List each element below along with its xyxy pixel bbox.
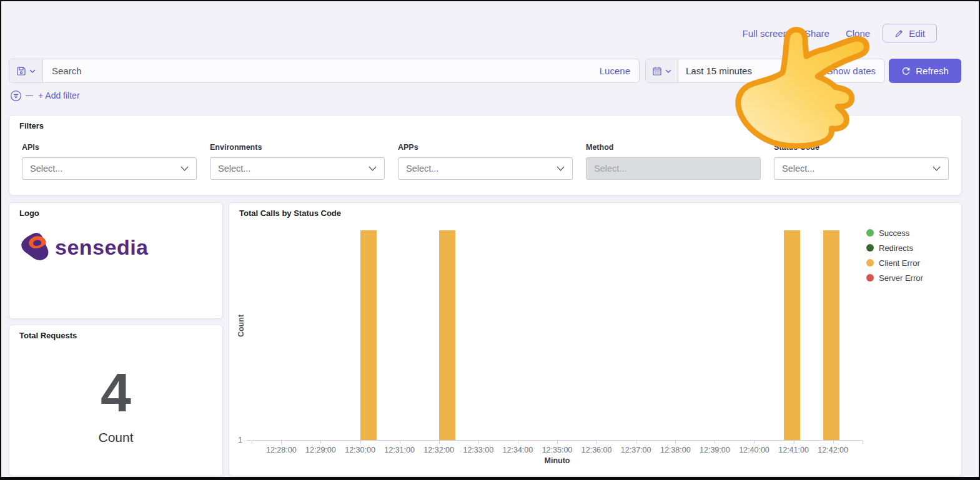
x-tick-mark: [636, 441, 636, 444]
chart-title: Total Calls by Status Code: [229, 203, 961, 218]
total-requests-panel: Total Requests 4 Count: [9, 325, 223, 476]
method-select-placeholder: Select...: [594, 164, 626, 174]
filters-panel-title: Filters: [9, 115, 961, 130]
filter-bar: + Add filter: [10, 89, 80, 102]
logo-panel-title: Logo: [9, 203, 222, 218]
chevron-down-icon: [369, 166, 377, 171]
sensedia-logo-icon: [21, 232, 49, 263]
saved-query-menu-button[interactable]: [9, 59, 43, 82]
bar-client-error-12:30:00[interactable]: [360, 230, 377, 440]
x-tick-mark: [518, 441, 518, 444]
sensedia-logo-text: sensedia: [55, 235, 149, 260]
x-tick-label: 12:35:00: [542, 446, 573, 454]
edit-button-label: Edit: [909, 28, 925, 39]
bar-client-error-12:32:00[interactable]: [439, 230, 455, 440]
date-picker: Last 15 minutes Show dates: [645, 59, 885, 83]
status-code-select-placeholder: Select...: [782, 164, 814, 174]
clone-link[interactable]: Clone: [846, 28, 870, 39]
x-tick-mark: [754, 441, 755, 444]
status-code-select[interactable]: Select...: [774, 157, 949, 180]
refresh-button[interactable]: Refresh: [889, 59, 961, 83]
apps-select[interactable]: Select...: [398, 157, 573, 180]
filter-field-apps: APPs Select...: [398, 143, 573, 180]
legend-item-client-error[interactable]: Client Error: [866, 255, 923, 270]
x-tick-mark: [557, 441, 558, 444]
legend-item-server-error[interactable]: Server Error: [866, 270, 923, 285]
x-tick-mark: [400, 441, 400, 444]
method-label: Method: [586, 143, 761, 152]
filter-set-icon[interactable]: [10, 90, 22, 102]
y-axis-title: Count: [237, 315, 245, 337]
refresh-icon: [901, 66, 911, 76]
chart-legend: SuccessRedirectsClient ErrorServer Error: [866, 225, 923, 285]
query-bar: Lucene: [9, 59, 640, 83]
apis-select-placeholder: Select...: [30, 164, 62, 174]
x-tick-label: 12:31:00: [384, 446, 415, 454]
edit-button[interactable]: Edit: [883, 24, 937, 42]
method-select: Select...: [586, 157, 761, 180]
legend-label: Redirects: [879, 243, 913, 253]
legend-dot: [866, 229, 874, 237]
chevron-down-icon: [181, 166, 189, 171]
query-bar-row: Lucene Last 15 minutes Show dates: [9, 59, 974, 83]
status-code-chart-panel: Total Calls by Status Code Count 1 12:28…: [229, 202, 962, 476]
filter-field-status-code: Status Code Select...: [774, 143, 949, 180]
chevron-down-icon: [29, 69, 36, 73]
share-link[interactable]: Share: [804, 28, 829, 39]
chevron-down-icon: [665, 69, 671, 73]
x-tick-label: 12:36:00: [582, 446, 612, 454]
legend-dot: [866, 259, 874, 267]
filters-panel: Filters APIs Select... Environments Sele…: [9, 115, 962, 195]
apps-label: APPs: [398, 143, 573, 152]
x-axis-end-tick: [863, 441, 863, 444]
sensedia-logo: sensedia: [21, 232, 222, 263]
x-tick-mark: [320, 441, 321, 444]
x-tick-mark: [794, 441, 794, 444]
filter-field-apis: APIs Select...: [22, 143, 197, 180]
save-icon: [16, 66, 26, 76]
logo-panel: Logo sensedia: [9, 202, 223, 319]
x-tick-mark: [715, 441, 715, 444]
query-language-toggle[interactable]: Lucene: [600, 66, 639, 76]
legend-dot: [866, 244, 874, 252]
x-tick-mark: [675, 441, 676, 444]
x-tick-label: 12:28:00: [266, 446, 297, 454]
search-input[interactable]: [43, 66, 600, 76]
y-axis-tick-mark: [247, 440, 251, 441]
quick-select-time-button[interactable]: [646, 59, 678, 82]
search-field-wrap: Lucene: [43, 59, 639, 82]
bar-client-error-12:40:45[interactable]: [784, 230, 800, 440]
full-screen-link[interactable]: Full screen: [743, 28, 788, 39]
environments-select[interactable]: Select...: [210, 157, 385, 180]
filter-bar-divider: [26, 95, 33, 96]
time-range-value[interactable]: Last 15 minutes: [678, 66, 752, 76]
status-code-label: Status Code: [774, 143, 949, 152]
chevron-down-icon: [557, 166, 565, 171]
filters-fields: APIs Select... Environments Select...: [9, 130, 961, 180]
add-filter-link[interactable]: + Add filter: [38, 91, 80, 100]
y-axis-tick-label: 1: [238, 436, 242, 444]
chart-plot-area: [252, 230, 863, 441]
apis-select[interactable]: Select...: [22, 157, 197, 180]
x-tick-label: 12:37:00: [621, 446, 651, 454]
x-tick-mark: [439, 441, 440, 444]
bar-client-error-12:41:45[interactable]: [823, 230, 839, 440]
legend-dot: [866, 274, 874, 282]
legend-item-success[interactable]: Success: [866, 225, 923, 240]
total-requests-value: 4: [9, 364, 222, 421]
filter-field-environments: Environments Select...: [210, 143, 385, 180]
show-dates-link[interactable]: Show dates: [827, 66, 884, 76]
total-requests-title: Total Requests: [9, 325, 222, 340]
x-tick-label: 12:33:00: [463, 446, 493, 454]
filter-field-method: Method Select...: [586, 143, 761, 180]
x-axis-end-tick: [252, 441, 252, 444]
total-requests-metric-label: Count: [9, 430, 222, 445]
chevron-down-icon: [933, 166, 941, 171]
environments-select-placeholder: Select...: [218, 164, 250, 174]
x-tick-label: 12:29:00: [305, 446, 336, 454]
apis-label: APIs: [22, 143, 197, 152]
calendar-icon: [652, 66, 662, 76]
x-axis-title: Minuto: [252, 456, 863, 465]
x-tick-mark: [833, 441, 834, 444]
legend-item-redirects[interactable]: Redirects: [866, 240, 923, 255]
